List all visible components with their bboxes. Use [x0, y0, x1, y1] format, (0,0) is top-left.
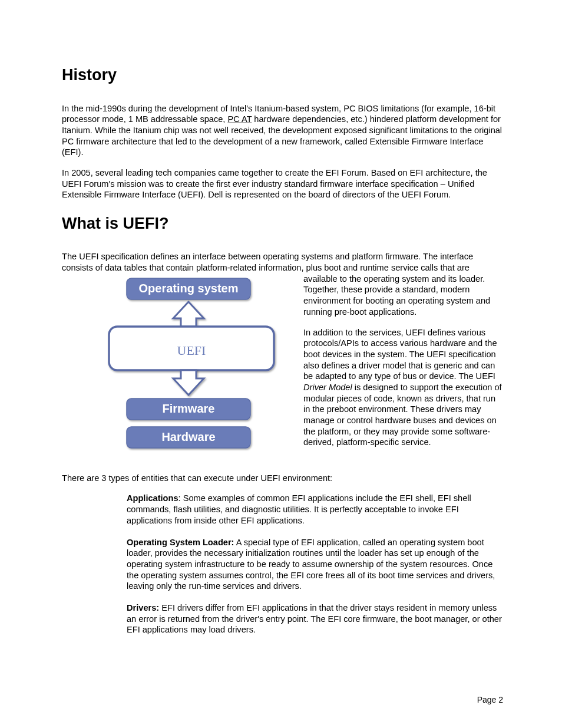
heading-what-is-uefi: What is UEFI? — [62, 213, 503, 234]
list-item: Applications: Some examples of common EF… — [127, 493, 503, 526]
uefi-intro-block: The UEFI specification defines an interf… — [62, 251, 503, 462]
diagram-label-os: Operating system — [139, 282, 239, 295]
arrow-down-icon — [173, 370, 204, 395]
link-pc-at[interactable]: PC AT — [227, 114, 252, 124]
entity-title: Drivers: — [127, 603, 159, 612]
entity-title: Operating System Loader: — [127, 538, 234, 547]
text-run: The UEFI specification defines an interf… — [62, 252, 473, 272]
arrow-up-icon — [173, 302, 204, 327]
diagram-label-hardware: Hardware — [161, 430, 215, 443]
text-run: : — [178, 493, 183, 503]
svg-marker-1 — [173, 302, 204, 327]
entity-body: EFI drivers differ from EFI applications… — [127, 603, 502, 634]
uefi-layer-diagram: Operating system UEFI Firmware Hardware — [91, 274, 286, 456]
diagram-label-firmware: Firmware — [163, 402, 215, 415]
page-footer: Page 2 — [477, 695, 503, 706]
history-paragraph-1: In the mid-1990s during the development … — [62, 103, 503, 158]
document-page: History In the mid-1990s during the deve… — [0, 0, 562, 728]
text-run: In addition to the services, UEFI define… — [303, 328, 497, 381]
entities-intro: There are 3 types of entities that can e… — [62, 473, 503, 484]
entity-title: Applications — [127, 493, 178, 503]
text-run: is designed to support the execution of … — [303, 383, 502, 447]
svg-marker-3 — [173, 370, 204, 395]
history-paragraph-2: In 2005, several leading tech companies … — [62, 167, 503, 200]
text-emphasis: Driver Model — [303, 383, 352, 392]
entity-list: Applications: Some examples of common EF… — [62, 493, 503, 635]
heading-history: History — [62, 65, 503, 85]
diagram-label-uefi: UEFI — [177, 343, 206, 358]
list-item: Drivers: EFI drivers differ from EFI app… — [127, 602, 503, 635]
list-item: Operating System Loader: A special type … — [127, 537, 503, 592]
whatis-paragraph-1-lead: The UEFI specification defines an interf… — [62, 251, 503, 273]
text-run: available to the operating system and it… — [303, 274, 490, 317]
